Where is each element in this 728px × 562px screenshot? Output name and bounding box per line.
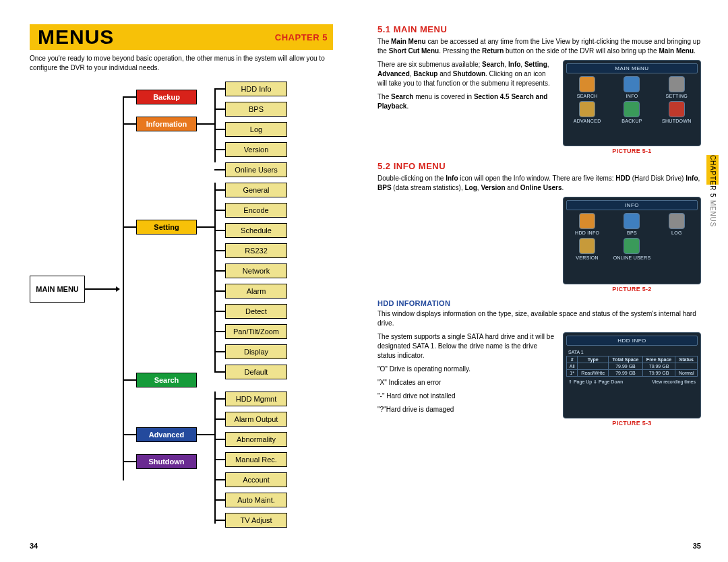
screenshot-main-menu: MAIN MENU SEARCHINFOSETTINGADVANCEDBACKU… — [563, 60, 701, 146]
sub-schedule: Schedule — [225, 223, 287, 238]
sub-log: Log — [225, 122, 287, 137]
sub-auto-maint-: Auto Maint. — [225, 493, 287, 507]
dvr-item-advanced: ADVANCED — [566, 101, 608, 123]
screenshot-hdd-info: HDD INFO SATA 1 #TypeTotal SpaceFree Spa… — [563, 332, 701, 418]
sub-version: Version — [225, 142, 287, 157]
sub-online-users: Online Users — [225, 162, 287, 177]
dvr-icon — [579, 238, 595, 254]
dvr-item-bps: BPS — [611, 213, 653, 235]
dvr-item-info: INFO — [611, 76, 653, 98]
hdd-b3: "-" Hard drive not installed — [377, 392, 555, 401]
sub-detect: Detect — [225, 304, 287, 319]
dvr-icon — [624, 238, 640, 254]
sub-pan-tilt-zoom: Pan/Tilt/Zoom — [225, 324, 287, 339]
dvr-item-online-users: ONLINE USERS — [611, 238, 653, 260]
dvr-item-hdd-info: HDD INFO — [566, 213, 608, 235]
sub-abnormality: Abnormality — [225, 432, 287, 447]
dvr-icon — [579, 76, 595, 92]
sub-alarm: Alarm — [225, 284, 287, 299]
page-right: 5.1 MAIN MENU The Main Menu can be acces… — [364, 0, 728, 562]
heading-5-2: 5.2 INFO MENU — [377, 161, 701, 171]
arrow-icon — [116, 286, 120, 292]
hdd-para2: The system supports a single SATA hard d… — [377, 332, 555, 361]
dvr-icon — [669, 213, 685, 229]
sub-alarm-output: Alarm Output — [225, 412, 287, 427]
sub-account: Account — [225, 472, 287, 487]
dvr-item-version: VERSION — [566, 238, 608, 260]
hdd-b4: "?"Hard drive is damaged — [377, 405, 555, 414]
root-main-menu: MAIN MENU — [30, 276, 85, 303]
dvr-icon — [624, 101, 640, 117]
banner-title: MENUS — [38, 26, 114, 49]
cat-search: Search — [136, 373, 197, 387]
dvr-icon — [579, 213, 595, 229]
heading-hdd-info: HDD INFORMATION — [377, 299, 701, 307]
dvr-icon — [669, 101, 685, 117]
page-number-right: 35 — [693, 542, 701, 550]
s1-sub-para: There are six submenus available; Search… — [377, 60, 555, 88]
caption-5-1: PICTURE 5-1 — [563, 148, 701, 154]
sub-rs232: RS232 — [225, 243, 287, 258]
menu-diagram: MAIN MENU Backup Information Setting Sea… — [30, 82, 342, 526]
sub-network: Network — [225, 263, 287, 278]
page-left: MENUS CHAPTER 5 Once you're ready to mov… — [0, 0, 364, 562]
hdd-para1: This window displays information on the … — [377, 309, 701, 328]
cat-advanced: Advanced — [136, 427, 197, 442]
cat-shutdown: Shutdown — [136, 454, 197, 469]
sub-general: General — [225, 183, 287, 197]
dvr-icon — [669, 76, 685, 92]
intro-text: Once you're ready to move beyond basic o… — [30, 54, 336, 72]
dvr-item-log: LOG — [656, 213, 698, 235]
caption-5-2: PICTURE 5-2 — [563, 286, 701, 292]
s1-sub-para2: The Search menu is covered in Section 4.… — [377, 92, 555, 111]
chapter-banner: MENUS CHAPTER 5 — [30, 24, 333, 50]
sub-hdd-info: HDD Info — [225, 82, 287, 96]
hdd-b1: "O" Drive is operating normally. — [377, 365, 555, 374]
cat-setting: Setting — [136, 220, 197, 235]
dvr-icon — [579, 101, 595, 117]
dvr-item-setting: SETTING — [656, 76, 698, 98]
hdd-b2: "X" Indicates an error — [377, 378, 555, 387]
sub-tv-adjust: TV Adjust — [225, 513, 287, 528]
sub-manual-rec-: Manual Rec. — [225, 452, 287, 467]
s1-para: The Main Menu can be accessed at any tim… — [377, 37, 701, 56]
sub-hdd-mgmnt: HDD Mgmnt — [225, 392, 287, 406]
sub-display: Display — [225, 344, 287, 359]
heading-5-1: 5.1 MAIN MENU — [377, 24, 701, 34]
screenshot-info: INFO HDD INFOBPSLOGVERSIONONLINE USERS — [563, 197, 701, 284]
dvr-item-search: SEARCH — [566, 76, 608, 98]
dvr-item-shutdown: SHUTDOWN — [656, 101, 698, 123]
caption-5-3: PICTURE 5-3 — [563, 420, 701, 427]
dvr-item-backup: BACKUP — [611, 101, 653, 123]
sub-bps: BPS — [225, 102, 287, 117]
page-number-left: 34 — [30, 542, 38, 550]
chapter-side-tab: CHAPTER 5 MENUS — [706, 155, 719, 220]
banner-chapter: CHAPTER 5 — [275, 32, 328, 42]
cat-information: Information — [136, 117, 197, 131]
dvr-icon — [624, 76, 640, 92]
s2-para: Double-clicking on the Info icon will op… — [377, 174, 701, 193]
dvr-icon — [624, 213, 640, 229]
cat-backup: Backup — [136, 90, 197, 104]
sub-default: Default — [225, 365, 287, 379]
sub-encode: Encode — [225, 203, 287, 218]
